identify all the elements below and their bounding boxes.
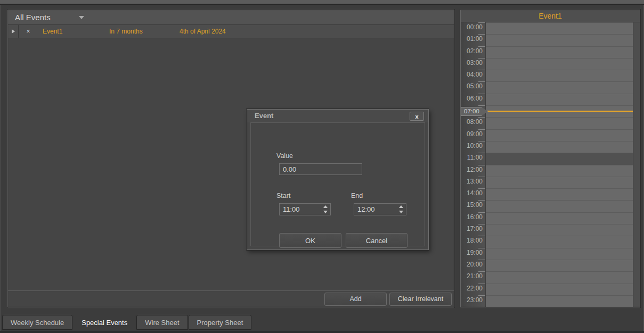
hour-label: 05:00 bbox=[461, 81, 485, 93]
current-time-line bbox=[486, 111, 633, 112]
spin-down-icon[interactable] bbox=[323, 211, 328, 213]
hour-label: 06:00 bbox=[461, 94, 485, 105]
dialog-title: Event bbox=[255, 112, 273, 120]
start-time-spinner bbox=[279, 203, 331, 215]
start-label: Start bbox=[276, 192, 290, 199]
clear-irrelevant-button[interactable]: Clear Irrelevant bbox=[389, 293, 452, 306]
event-date: 4th of April 2024 bbox=[180, 28, 226, 35]
end-time-spinner bbox=[354, 203, 406, 215]
window-top-strip bbox=[0, 0, 644, 5]
event-relative-time: In 7 months bbox=[109, 28, 180, 35]
hour-label: 17:00 bbox=[461, 224, 485, 236]
add-button[interactable]: Add bbox=[324, 293, 387, 306]
day-schedule-body: 00:0001:0002:0003:0004:0005:0006:0007:00… bbox=[461, 22, 640, 307]
events-actions-bar: Add Clear Irrelevant bbox=[8, 291, 454, 307]
start-spin-buttons bbox=[322, 204, 329, 214]
tab-property-sheet[interactable]: Property Sheet bbox=[189, 315, 252, 330]
hour-label: 18:00 bbox=[461, 236, 485, 247]
hour-label: 22:00 bbox=[461, 284, 485, 295]
hour-label: 02:00 bbox=[461, 46, 485, 58]
hour-label: 11:00 bbox=[461, 153, 485, 164]
hour-row[interactable] bbox=[486, 81, 633, 93]
hour-label: 09:00 bbox=[461, 129, 485, 141]
day-schedule-title: Event1 bbox=[461, 10, 640, 22]
hour-label: 04:00 bbox=[461, 70, 485, 81]
day-schedule-panel: Event1 00:0001:0002:0003:0004:0005:0006:… bbox=[460, 10, 640, 307]
hour-label: 13:00 bbox=[461, 177, 485, 188]
hour-row[interactable] bbox=[486, 248, 633, 260]
dialog-content: Value Start End OK Cancel bbox=[250, 122, 425, 246]
hour-row[interactable] bbox=[486, 271, 633, 283]
close-icon[interactable]: x bbox=[410, 112, 424, 121]
hour-row[interactable] bbox=[486, 70, 633, 81]
hour-row[interactable] bbox=[486, 129, 633, 141]
hour-label: 20:00 bbox=[461, 260, 485, 271]
delete-event-icon[interactable]: × bbox=[25, 28, 32, 35]
hour-row[interactable] bbox=[486, 58, 633, 70]
hour-label: 19:00 bbox=[461, 248, 485, 260]
expand-toggle[interactable] bbox=[8, 25, 19, 38]
hour-row[interactable] bbox=[486, 141, 633, 153]
event-name: Event1 bbox=[43, 28, 109, 35]
events-filter-dropdown[interactable]: All Events bbox=[15, 13, 84, 22]
hour-row[interactable] bbox=[486, 153, 633, 164]
hour-label: 15:00 bbox=[461, 200, 485, 212]
spin-up-icon[interactable] bbox=[323, 205, 328, 208]
scrollbar-track[interactable] bbox=[633, 22, 640, 307]
hour-row[interactable] bbox=[486, 236, 633, 247]
end-spin-buttons bbox=[398, 204, 404, 214]
hour-label: 00:00 bbox=[461, 22, 485, 34]
hour-row[interactable] bbox=[486, 200, 633, 212]
hour-label: 08:00 bbox=[461, 117, 485, 129]
expand-arrow-icon bbox=[12, 29, 15, 34]
event-dialog: Event x Value Start End OK bbox=[247, 109, 429, 250]
chevron-down-icon bbox=[79, 16, 84, 19]
hour-grid[interactable] bbox=[485, 22, 633, 307]
events-filter-label: All Events bbox=[15, 13, 75, 22]
hour-label: 01:00 bbox=[461, 34, 485, 46]
end-label: End bbox=[351, 192, 363, 199]
hour-row[interactable] bbox=[486, 284, 633, 295]
tab-wire-sheet[interactable]: Wire Sheet bbox=[136, 315, 188, 330]
hour-row[interactable] bbox=[486, 177, 633, 188]
hour-row[interactable] bbox=[486, 295, 633, 307]
scheduler-window: All Events × Event1 In 7 months 4th of A… bbox=[0, 0, 644, 333]
tab-weekly-schedule[interactable]: Weekly Schedule bbox=[2, 315, 72, 330]
hour-row[interactable] bbox=[486, 165, 633, 177]
value-input[interactable] bbox=[279, 163, 362, 175]
hour-row[interactable] bbox=[486, 224, 633, 236]
events-filter-bar: All Events bbox=[8, 10, 454, 25]
hour-label: 14:00 bbox=[461, 188, 485, 200]
hour-row[interactable] bbox=[486, 212, 633, 224]
spin-up-icon[interactable] bbox=[399, 205, 403, 208]
hour-row[interactable] bbox=[486, 22, 633, 34]
hour-row[interactable] bbox=[486, 46, 633, 58]
dialog-title-bar[interactable]: Event x bbox=[247, 110, 428, 122]
tab-special-events[interactable]: Special Events bbox=[73, 315, 136, 330]
window-bottom-edge bbox=[0, 331, 644, 333]
hour-gutter: 00:0001:0002:0003:0004:0005:0006:0007:00… bbox=[461, 22, 485, 307]
hour-label: 03:00 bbox=[461, 58, 485, 70]
hour-label: 10:00 bbox=[461, 141, 485, 153]
cancel-button[interactable]: Cancel bbox=[346, 233, 407, 248]
hour-label: 21:00 bbox=[461, 271, 485, 283]
ok-button[interactable]: OK bbox=[279, 233, 341, 248]
hour-row[interactable] bbox=[486, 117, 633, 129]
hour-row[interactable] bbox=[486, 188, 633, 200]
value-label: Value bbox=[276, 152, 293, 160]
hour-label: 16:00 bbox=[461, 212, 485, 224]
hour-label: 23:00 bbox=[461, 295, 485, 307]
hour-label: 12:00 bbox=[461, 165, 485, 177]
spin-down-icon[interactable] bbox=[399, 211, 403, 213]
hour-row[interactable] bbox=[486, 34, 633, 46]
bottom-tab-bar: Weekly Schedule Special Events Wire Shee… bbox=[0, 315, 644, 331]
hour-row[interactable] bbox=[486, 94, 633, 105]
hour-row[interactable] bbox=[486, 260, 633, 271]
event-row[interactable]: × Event1 In 7 months 4th of April 2024 bbox=[8, 25, 454, 38]
